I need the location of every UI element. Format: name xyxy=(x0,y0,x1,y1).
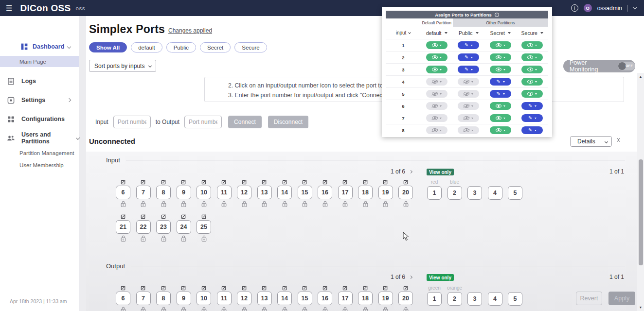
lock-icon[interactable] xyxy=(140,200,146,208)
partition-access-pill[interactable] xyxy=(458,78,479,86)
edit-icon[interactable] xyxy=(282,179,287,185)
partition-access-pill[interactable] xyxy=(426,102,447,110)
port-button[interactable]: 18 xyxy=(358,186,373,199)
port-button[interactable]: 21 xyxy=(116,220,130,234)
edit-icon[interactable] xyxy=(383,179,388,185)
scroll-up-icon[interactable]: ▲ xyxy=(637,73,644,80)
hamburger-menu-icon[interactable]: ☰ xyxy=(6,4,12,12)
partition-access-pill[interactable] xyxy=(458,102,479,110)
edit-icon[interactable] xyxy=(262,285,267,291)
revert-button[interactable]: Revert xyxy=(576,292,602,305)
partition-access-pill[interactable] xyxy=(426,126,447,134)
port-button[interactable]: 7 xyxy=(136,292,151,305)
lock-icon[interactable] xyxy=(342,200,348,208)
port-button[interactable]: 10 xyxy=(197,186,211,199)
sidebar-item-logs[interactable]: Logs xyxy=(0,75,79,87)
lock-icon[interactable] xyxy=(282,200,288,208)
filter-chip[interactable]: Show All xyxy=(89,42,127,52)
edit-icon[interactable] xyxy=(403,179,409,185)
port-button[interactable]: 8 xyxy=(156,292,171,305)
sidebar-item-users-and-partitions[interactable]: Users and Partitions xyxy=(0,132,79,144)
connect-button[interactable]: Connect xyxy=(228,116,262,128)
partition-access-pill[interactable] xyxy=(426,90,447,98)
partition-access-pill[interactable] xyxy=(490,66,511,73)
partition-access-pill[interactable] xyxy=(490,53,511,61)
disconnect-button[interactable]: Disconnect xyxy=(268,116,308,128)
edit-icon[interactable] xyxy=(322,285,328,291)
port-button[interactable]: 19 xyxy=(378,292,393,305)
edit-icon[interactable] xyxy=(121,214,126,219)
partition-access-pill[interactable] xyxy=(490,114,511,122)
info-icon[interactable]: i xyxy=(571,4,578,12)
edit-icon[interactable] xyxy=(161,214,166,219)
port-button[interactable]: 24 xyxy=(177,220,191,234)
edit-icon[interactable] xyxy=(121,179,126,185)
scrollbar-thumb[interactable] xyxy=(639,159,643,265)
lock-icon[interactable] xyxy=(180,235,187,242)
port-button[interactable]: 9 xyxy=(177,186,191,199)
edit-icon[interactable] xyxy=(363,285,368,291)
edit-icon[interactable] xyxy=(342,285,348,291)
edit-icon[interactable] xyxy=(221,179,227,185)
edit-icon[interactable] xyxy=(181,285,186,291)
partition-column-header[interactable]: Secure xyxy=(517,30,549,36)
sidebar-item-configurations[interactable]: Configurations xyxy=(0,113,79,125)
partition-access-pill[interactable] xyxy=(521,114,543,122)
lock-icon[interactable] xyxy=(180,200,187,208)
lock-icon[interactable] xyxy=(261,200,268,208)
lock-icon[interactable] xyxy=(261,306,268,311)
port-button[interactable]: 17 xyxy=(338,186,353,199)
port-button[interactable]: 6 xyxy=(116,186,130,199)
port-button[interactable]: 23 xyxy=(156,220,171,234)
partition-access-pill[interactable] xyxy=(426,114,447,122)
partition-access-pill[interactable] xyxy=(521,102,543,110)
lock-icon[interactable] xyxy=(322,200,328,208)
lock-icon[interactable] xyxy=(221,200,227,208)
edit-icon[interactable] xyxy=(302,285,307,291)
next-page-icon[interactable] xyxy=(409,170,412,173)
partition-access-pill[interactable] xyxy=(458,41,479,49)
port-button[interactable]: 14 xyxy=(277,292,292,305)
partition-access-pill[interactable] xyxy=(521,41,543,49)
port-button[interactable]: 12 xyxy=(237,186,251,199)
lock-icon[interactable] xyxy=(221,306,227,311)
partition-column-header[interactable]: Public xyxy=(453,30,485,36)
filter-chip[interactable]: Public xyxy=(166,42,196,52)
sidebar-item-user-membership[interactable]: User Membership xyxy=(0,160,79,170)
port-button[interactable]: 14 xyxy=(277,186,292,199)
partition-access-pill[interactable] xyxy=(521,126,543,134)
changes-applied-link[interactable]: Changes applied xyxy=(168,27,212,34)
partition-access-pill[interactable] xyxy=(521,90,543,98)
avatar[interactable]: O xyxy=(584,4,592,12)
lock-icon[interactable] xyxy=(201,200,207,208)
edit-icon[interactable] xyxy=(262,179,267,185)
partition-access-pill[interactable] xyxy=(458,66,479,73)
edit-icon[interactable] xyxy=(302,179,307,185)
port-button[interactable]: 19 xyxy=(378,186,393,199)
lock-icon[interactable] xyxy=(241,200,248,208)
port-button[interactable]: 7 xyxy=(136,186,151,199)
port-button[interactable]: 8 xyxy=(156,186,171,199)
lock-icon[interactable] xyxy=(342,306,348,311)
partition-access-pill[interactable] xyxy=(490,41,511,49)
edit-icon[interactable] xyxy=(201,214,207,219)
partition-access-pill[interactable] xyxy=(458,53,479,61)
port-button[interactable]: 16 xyxy=(318,292,332,305)
sidebar-item-partition-management[interactable]: Partition Management xyxy=(0,148,79,158)
edit-icon[interactable] xyxy=(141,285,146,291)
edit-icon[interactable] xyxy=(161,285,166,291)
lock-icon[interactable] xyxy=(403,306,409,311)
lock-icon[interactable] xyxy=(302,200,308,208)
edit-icon[interactable] xyxy=(181,179,186,185)
lock-icon[interactable] xyxy=(161,306,167,311)
lock-icon[interactable] xyxy=(403,200,409,208)
edit-icon[interactable] xyxy=(363,179,368,185)
edit-icon[interactable] xyxy=(141,179,146,185)
edit-icon[interactable] xyxy=(121,285,126,291)
edit-icon[interactable] xyxy=(141,214,146,219)
filter-chip[interactable]: default xyxy=(131,42,162,52)
edit-icon[interactable] xyxy=(201,285,207,291)
edit-icon[interactable] xyxy=(403,285,409,291)
lock-icon[interactable] xyxy=(120,200,126,208)
info-icon[interactable]: i xyxy=(495,13,499,17)
